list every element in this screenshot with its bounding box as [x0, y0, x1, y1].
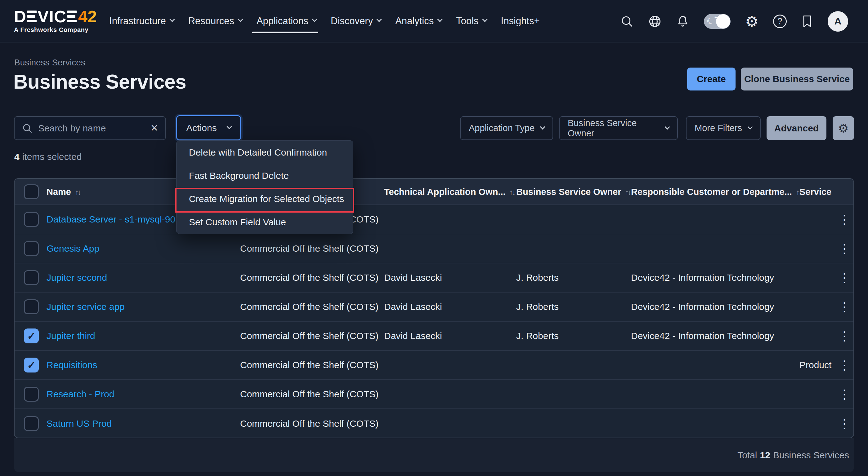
column-header-business-service-owner[interactable]: Business Service Owner↑↓ — [516, 186, 630, 197]
selected-count: 4 — [14, 151, 20, 162]
responsible-customer-cell: Device42 - Information Technology — [631, 331, 774, 341]
service-cell: Product — [800, 360, 831, 370]
bookmark-icon[interactable] — [801, 15, 813, 28]
table-row: Research - Prod Commercial Off the Shelf… — [14, 380, 854, 409]
business-service-link[interactable]: Jupiter third — [46, 331, 95, 341]
chevron-down-icon — [482, 17, 487, 22]
nav-item-insights[interactable]: Insights+ — [501, 0, 540, 42]
chevron-down-icon — [665, 124, 670, 130]
filter-more-filters[interactable]: More Filters — [686, 116, 761, 140]
application-type-cell: Commercial Off the Shelf (COTS) — [240, 331, 378, 341]
navbar-icon-strip: ☾ ✦ ⚙ ? A — [620, 0, 848, 42]
nav-item-tools[interactable]: Tools — [456, 0, 487, 42]
column-header-technical-owner[interactable]: Technical Application Own...↑↓ — [384, 186, 515, 197]
business-service-owner-cell: J. Roberts — [516, 272, 559, 283]
help-icon[interactable]: ? — [773, 14, 787, 28]
business-service-link[interactable]: Research - Prod — [46, 389, 114, 399]
business-service-link[interactable]: Requisitions — [46, 360, 97, 370]
row-menu-button[interactable]: ⋮ — [838, 359, 850, 372]
business-service-owner-cell: J. Roberts — [516, 302, 559, 312]
nav-item-discovery[interactable]: Discovery — [331, 0, 381, 42]
create-button[interactable]: Create — [687, 68, 736, 91]
chevron-down-icon — [377, 17, 382, 22]
row-menu-button[interactable]: ⋮ — [838, 301, 850, 313]
sort-icon: ↑↓ — [625, 188, 630, 196]
row-menu-button[interactable]: ⋮ — [838, 417, 850, 430]
search-icon — [22, 123, 33, 134]
row-checkbox[interactable] — [24, 387, 39, 402]
user-avatar[interactable]: A — [828, 11, 848, 32]
business-service-link[interactable]: Jupiter second — [46, 272, 107, 283]
breadcrumb[interactable]: Business Services — [14, 58, 85, 68]
theme-toggle[interactable]: ☾ ✦ — [704, 14, 731, 29]
chevron-down-icon — [226, 124, 232, 129]
business-service-link[interactable]: Saturn US Prod — [46, 418, 112, 429]
row-menu-button[interactable]: ⋮ — [838, 388, 850, 401]
top-navbar: D VIC 42 A Freshworks Company Infrastruc… — [0, 0, 868, 42]
clear-search-icon[interactable]: × — [151, 122, 158, 134]
table-row: Genesis App Commercial Off the Shelf (CO… — [14, 234, 854, 263]
kebab-icon: ⋮ — [838, 329, 850, 343]
kebab-icon: ⋮ — [838, 387, 850, 401]
sort-icon: ↑↓ — [509, 188, 515, 196]
business-service-owner-cell: J. Roberts — [516, 331, 559, 341]
search-placeholder: Search by name — [38, 123, 151, 134]
clone-business-service-button[interactable]: Clone Business Service — [741, 68, 853, 91]
advanced-filters-button[interactable]: Advanced — [767, 116, 827, 140]
nav-item-infrastructure[interactable]: Infrastructure — [109, 0, 174, 42]
row-menu-button[interactable]: ⋮ — [838, 271, 850, 284]
logo-42: 42 — [78, 8, 97, 25]
business-service-link[interactable]: Database Server - s1-mysql-9062.c — [46, 214, 193, 224]
chevron-down-icon — [169, 17, 175, 22]
search-icon[interactable] — [620, 15, 633, 28]
row-checkbox[interactable] — [24, 416, 39, 431]
logo-tagline: A Freshworks Company — [14, 26, 97, 33]
column-header-name[interactable]: Name↑↓ — [46, 186, 80, 197]
table-row: Jupiter service app Commercial Off the S… — [14, 293, 854, 322]
nav-item-applications[interactable]: Applications — [256, 0, 316, 42]
menu-item-create-migration-for-selected-objects[interactable]: Create Migration for Selected Objects — [177, 187, 353, 210]
kebab-icon: ⋮ — [838, 358, 850, 372]
main-menu: Infrastructure Resources Applications Di… — [109, 0, 539, 42]
responsible-customer-cell: Device42 - Information Technology — [631, 272, 774, 283]
actions-dropdown-button[interactable]: Actions — [176, 115, 241, 140]
column-header-service[interactable]: Service — [800, 186, 831, 197]
column-header-responsible-customer[interactable]: Responsible Customer or Departme...↑↓ — [631, 186, 801, 197]
kebab-icon: ⋮ — [838, 271, 850, 285]
row-checkbox[interactable] — [24, 241, 39, 256]
settings-gear-icon[interactable]: ⚙ — [745, 14, 758, 29]
row-checkbox[interactable] — [24, 329, 39, 343]
moon-icon: ☾ — [706, 15, 715, 27]
row-checkbox[interactable] — [24, 358, 39, 373]
business-service-link[interactable]: Genesis App — [46, 243, 99, 253]
business-services-table: Name↑↓ Technical Application Own...↑↓ Bu… — [14, 178, 854, 438]
table-row: Jupiter third Commercial Off the Shelf (… — [14, 322, 854, 351]
table-row: Requisitions Commercial Off the Shelf (C… — [14, 351, 854, 380]
business-service-link[interactable]: Jupiter service app — [46, 302, 125, 312]
globe-icon[interactable] — [648, 14, 662, 28]
menu-item-set-custom-field-value[interactable]: Set Custom Field Value — [177, 210, 353, 234]
notifications-bell-icon[interactable] — [676, 15, 689, 28]
filter-application-type[interactable]: Application Type — [460, 116, 553, 140]
search-input[interactable]: Search by name × — [14, 116, 166, 140]
chevron-down-icon — [437, 17, 443, 22]
row-menu-button[interactable]: ⋮ — [838, 213, 850, 226]
total-count: 12 — [760, 450, 770, 461]
responsible-customer-cell: Device42 - Information Technology — [631, 302, 774, 312]
select-all-checkbox[interactable] — [24, 184, 39, 199]
row-checkbox[interactable] — [24, 212, 39, 227]
logo-text: VIC — [37, 8, 66, 25]
device42-logo[interactable]: D VIC 42 A Freshworks Company — [14, 8, 97, 33]
menu-item-delete-with-detailed-confirmation[interactable]: Delete with Detailed Confirmation — [177, 141, 353, 164]
row-menu-button[interactable]: ⋮ — [838, 330, 850, 342]
nav-item-resources[interactable]: Resources — [188, 0, 242, 42]
table-settings-button[interactable]: ⚙ — [833, 116, 854, 140]
menu-item-fast-background-delete[interactable]: Fast Background Delete — [177, 164, 353, 187]
nav-item-analytics[interactable]: Analytics — [395, 0, 442, 42]
row-checkbox[interactable] — [24, 299, 39, 314]
selection-summary: 4items selected — [14, 151, 82, 162]
filter-business-service-owner[interactable]: Business Service Owner — [559, 116, 678, 140]
row-menu-button[interactable]: ⋮ — [838, 242, 850, 255]
total-prefix: Total — [737, 450, 757, 461]
row-checkbox[interactable] — [24, 270, 39, 285]
